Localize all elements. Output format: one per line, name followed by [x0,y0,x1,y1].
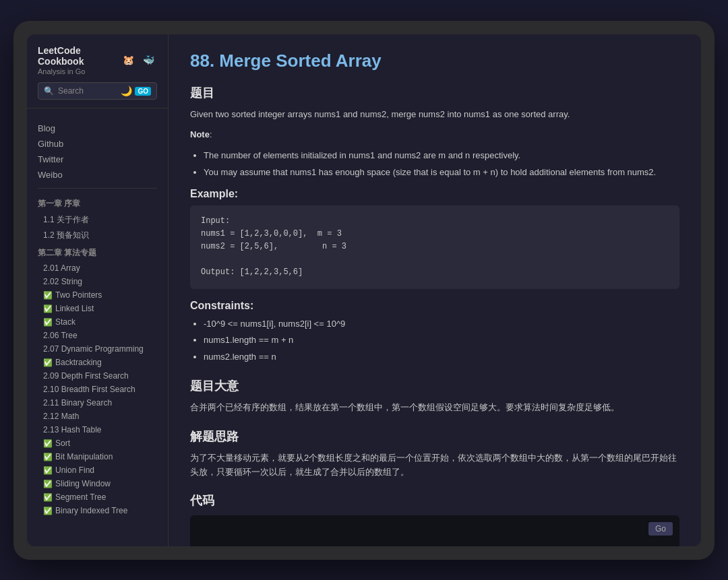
moon-icon: 🌙 [121,86,132,96]
search-input[interactable] [58,86,117,96]
logo-icons: 🐹 🐳 [119,51,157,69]
tablet-screen: LeetCode Cookbook Analysis in Go 🐹 🐳 🔍 🌙… [27,34,701,546]
nav-twitter[interactable]: Twitter [27,152,168,167]
nav-2-11[interactable]: 2.11 Binary Search [27,396,168,410]
code-block: Go package leetcode func merge(nums1 []i… [190,515,679,546]
check-icon-2-14: ✅ [43,439,53,448]
nav-2-16[interactable]: ✅ Union Find [27,463,168,477]
note-bullet-1: The number of elements initialized in nu… [204,149,679,163]
constraint-1: -10^9 <= nums1[i], nums2[i] <= 10^9 [204,317,679,331]
main-content: 88. Merge Sorted Array 题目 Given two sort… [169,34,701,546]
example-label-text: Example [190,188,235,199]
nav-2-09[interactable]: 2.09 Depth First Search [27,369,168,383]
constraints-label: Constraints: [190,300,679,312]
nav-2-18[interactable]: ✅ Segment Tree [27,490,168,504]
go-run-button[interactable]: Go [648,522,673,536]
tablet-frame: LeetCode Cookbook Analysis in Go 🐹 🐳 🔍 🌙… [13,21,715,560]
summary-text: 合并两个已经有序的数组，结果放在第一个数组中，第一个数组假设空间足够大。要求算法… [190,401,679,415]
note-label-text: Note [190,129,210,139]
nav-2-15[interactable]: ✅ Bit Manipulation [27,450,168,463]
go-badge: GO [135,87,151,96]
check-icon-2-18: ✅ [43,493,53,502]
nav-2-17[interactable]: ✅ Sliding Window [27,477,168,490]
example-label: Example: [190,188,679,200]
logo-icon-1: 🐹 [119,51,137,69]
nav-2-01[interactable]: 2.01 Array [27,261,168,275]
constraint-3: nums2.length == n [204,350,679,364]
nav-2-19[interactable]: ✅ Binary Indexed Tree [27,504,168,517]
check-icon-2-15: ✅ [43,453,53,461]
app-subtitle: Analysis in Go [38,67,114,75]
nav-2-12[interactable]: 2.12 Math [27,410,168,423]
sidebar-nav: Blog Github Twitter Weibo 第一章 序章 1.1 关于作… [27,115,168,523]
problem-description: Given two sorted integer arrays nums1 an… [190,108,679,122]
nav-blog[interactable]: Blog [27,121,168,136]
nav-github[interactable]: Github [27,136,168,152]
page-title: 88. Merge Sorted Array [190,51,679,71]
sidebar-logo: LeetCode Cookbook Analysis in Go 🐹 🐳 [38,45,157,76]
nav-2-06[interactable]: 2.06 Tree [27,329,168,342]
check-icon-2-04: ✅ [43,304,53,313]
check-icon-2-17: ✅ [43,480,53,488]
approach-text: 为了不大量移动元素，就要从2个数组长度之和的最后一个位置开始，依次选取两个数组中… [190,451,679,480]
check-icon-2-08: ✅ [43,358,53,367]
note-bullets: The number of elements initialized in nu… [190,149,679,180]
section-summary: 题目大意 [190,378,679,394]
app-title: LeetCode Cookbook [38,45,114,68]
nav-2-13[interactable]: 2.13 Hash Table [27,423,168,437]
nav-2-14[interactable]: ✅ Sort [27,437,168,450]
nav-1-1[interactable]: 1.1 关于作者 [27,212,168,228]
constraints-label-text: Constraints [190,300,250,311]
example-code: Input: nums1 = [1,2,3,0,0,0], m = 3 nums… [190,205,679,289]
chapter1-title: 第一章 序章 [27,194,168,212]
nav-2-08[interactable]: ✅ Backtracking [27,356,168,369]
check-icon-2-19: ✅ [43,507,53,515]
sidebar-header: LeetCode Cookbook Analysis in Go 🐹 🐳 🔍 🌙… [27,45,168,109]
search-icons: 🌙 GO [121,86,151,96]
search-icon: 🔍 [44,86,54,96]
note-bullet-2: You may assume that nums1 has enough spa… [204,166,679,180]
nav-2-07[interactable]: 2.07 Dynamic Programming [27,342,168,356]
constraint-2: nums1.length == m + n [204,333,679,348]
nav-2-04[interactable]: ✅ Linked List [27,302,168,315]
section-approach: 解题思路 [190,428,679,445]
search-box[interactable]: 🔍 🌙 GO [38,82,157,100]
sidebar: LeetCode Cookbook Analysis in Go 🐹 🐳 🔍 🌙… [27,34,169,546]
nav-1-2[interactable]: 1.2 预备知识 [27,228,168,243]
check-icon-2-03: ✅ [43,291,53,300]
nav-2-03[interactable]: ✅ Two Pointers [27,288,168,302]
nav-divider-1 [38,188,157,189]
note-label: Note: [190,128,679,142]
check-icon-2-16: ✅ [43,466,53,475]
section-problem: 题目 [190,85,679,101]
nav-weibo[interactable]: Weibo [27,167,168,183]
nav-2-05[interactable]: ✅ Stack [27,315,168,329]
chapter2-title: 第二章 算法专题 [27,243,168,261]
check-icon-2-05: ✅ [43,318,53,327]
logo-icon-2: 🐳 [140,51,157,69]
constraints-bullets: -10^9 <= nums1[i], nums2[i] <= 10^9 nums… [190,317,679,364]
section-code: 代码 [190,492,679,509]
nav-2-02[interactable]: 2.02 String [27,275,168,288]
nav-2-10[interactable]: 2.10 Breadth First Search [27,383,168,396]
